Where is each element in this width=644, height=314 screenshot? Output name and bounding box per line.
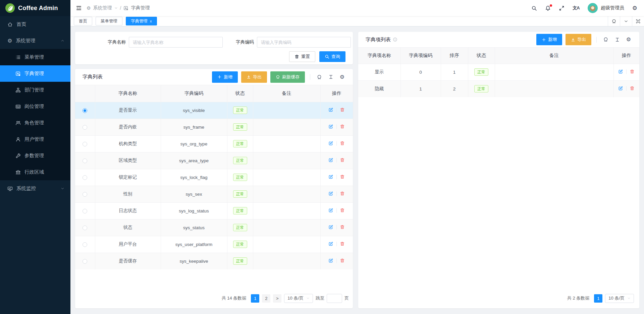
table-row[interactable]: 是否缓存 sys_keepalive 正常 [75, 253, 353, 269]
delete-icon[interactable] [340, 241, 345, 246]
delete-icon[interactable] [340, 191, 345, 196]
edit-icon[interactable] [328, 174, 333, 179]
tab-home[interactable]: 首页 [74, 17, 92, 25]
table-row[interactable]: 是否显示 sys_visible 正常 [75, 102, 353, 119]
edit-icon[interactable] [328, 258, 333, 263]
chevron-down-icon [306, 297, 310, 300]
sidebar-item-home[interactable]: 首页 [0, 16, 70, 33]
page-size-select[interactable]: 10 条/页 [284, 294, 313, 303]
page-size-select[interactable]: 10 条/页 [605, 294, 634, 303]
delete-icon[interactable] [340, 225, 345, 230]
org-chart-icon [15, 87, 21, 93]
query-label: 查询 [331, 54, 340, 60]
sidebar-item-role-mgmt[interactable]: 角色管理 [0, 115, 70, 131]
refresh-cache-button[interactable]: 刷新缓存 [270, 71, 305, 83]
edit-icon[interactable] [328, 208, 333, 213]
table-settings-gear-icon[interactable] [625, 37, 633, 42]
item-name-cell: 显示 [358, 64, 400, 80]
row-radio[interactable] [83, 192, 87, 197]
row-radio[interactable] [83, 159, 87, 163]
reset-button[interactable]: 重置 [289, 51, 315, 62]
query-button[interactable]: 查询 [319, 51, 345, 62]
export-button[interactable]: 导出 [241, 71, 267, 83]
delete-icon[interactable] [630, 69, 635, 74]
tab-dict-mgmt[interactable]: 字典管理 x [126, 17, 157, 25]
breadcrumb-level1[interactable]: 系统管理 [93, 5, 112, 11]
table-row[interactable]: 用户平台 sys_user_platform 正常 [75, 236, 353, 253]
table-row[interactable]: 锁定标记 sys_lock_flag 正常 [75, 169, 353, 186]
chevron-down-icon[interactable] [620, 16, 632, 26]
delete-icon[interactable] [340, 174, 345, 179]
search-icon[interactable] [531, 5, 537, 11]
sidebar-item-menu-mgmt[interactable]: 菜单管理 [0, 49, 70, 65]
column-height-icon[interactable] [613, 37, 621, 42]
table-row[interactable]: 状态 sys_status 正常 [75, 219, 353, 236]
delete-icon[interactable] [340, 158, 345, 163]
export-items-button[interactable]: 导出 [566, 34, 591, 45]
table-row[interactable]: 隐藏 1 2 正常 [358, 80, 639, 97]
delete-icon[interactable] [340, 258, 345, 263]
sidebar-item-dict-mgmt[interactable]: 字典管理 [0, 65, 70, 82]
edit-icon[interactable] [618, 69, 623, 74]
delete-icon[interactable] [340, 124, 345, 129]
table-row[interactable]: 日志状态 sys_log_status 正常 [75, 202, 353, 219]
dict-name-input[interactable] [129, 37, 223, 48]
table-row[interactable]: 区域类型 sys_area_type 正常 [75, 152, 353, 169]
delete-icon[interactable] [340, 141, 345, 146]
page-button-2[interactable]: 2 [262, 294, 270, 303]
tab-menu-mgmt[interactable]: 菜单管理 [96, 17, 122, 25]
settings-gear-icon[interactable] [632, 5, 637, 11]
add-item-button[interactable]: 新增 [536, 34, 562, 45]
row-radio[interactable] [83, 209, 87, 213]
column-height-icon[interactable] [327, 74, 335, 79]
table-row[interactable]: 性别 sys_sex 正常 [75, 186, 353, 202]
sidebar-group-system[interactable]: 系统管理 [0, 33, 70, 49]
edit-icon[interactable] [328, 241, 333, 246]
edit-icon[interactable] [328, 158, 333, 163]
dict-code-input[interactable] [257, 37, 351, 48]
edit-icon[interactable] [328, 141, 333, 146]
row-radio[interactable] [83, 226, 87, 230]
notification-bell-icon[interactable] [545, 5, 551, 11]
next-page-button[interactable]: > [273, 294, 281, 303]
edit-icon[interactable] [328, 191, 333, 196]
sidebar-item-region[interactable]: 行政区域 [0, 164, 70, 180]
row-radio[interactable] [83, 125, 87, 130]
dict-code-cell: sys_user_platform [161, 236, 227, 253]
delete-icon[interactable] [340, 208, 345, 213]
fullscreen-icon[interactable] [559, 5, 565, 11]
page-button-1[interactable]: 1 [251, 294, 259, 303]
refresh-icon[interactable] [315, 74, 323, 80]
edit-icon[interactable] [618, 86, 623, 91]
row-radio[interactable] [83, 108, 87, 113]
refresh-icon[interactable] [602, 37, 610, 42]
row-radio[interactable] [83, 142, 87, 146]
menu-fold-icon[interactable] [76, 5, 82, 11]
row-radio[interactable] [83, 242, 87, 247]
row-radio[interactable] [83, 259, 87, 264]
add-button[interactable]: 新增 [212, 71, 238, 83]
delete-icon[interactable] [630, 86, 635, 91]
status-badge: 正常 [233, 257, 247, 265]
refresh-icon[interactable] [608, 16, 620, 26]
row-radio[interactable] [83, 175, 87, 180]
sidebar-item-user-mgmt[interactable]: 用户管理 [0, 131, 70, 147]
delete-icon[interactable] [340, 107, 345, 112]
sidebar-group-monitor[interactable]: 系统监控 [0, 180, 70, 197]
edit-icon[interactable] [328, 107, 333, 112]
table-row[interactable]: 显示 0 1 正常 [358, 64, 639, 80]
translate-icon[interactable]: 文A [573, 5, 579, 11]
maximize-icon[interactable] [632, 16, 644, 26]
sidebar-item-post-mgmt[interactable]: 岗位管理 [0, 98, 70, 115]
close-icon[interactable]: x [150, 19, 152, 23]
sidebar-item-param-mgmt[interactable]: 参数管理 [0, 147, 70, 164]
edit-icon[interactable] [328, 225, 333, 230]
sidebar-item-dept-mgmt[interactable]: 部门管理 [0, 82, 70, 98]
page-button-1[interactable]: 1 [594, 294, 602, 303]
table-settings-gear-icon[interactable] [338, 74, 346, 80]
edit-icon[interactable] [328, 124, 333, 129]
table-row[interactable]: 是否内嵌 sys_frame 正常 [75, 119, 353, 135]
user-menu[interactable]: 超级管理员 [588, 3, 624, 13]
table-row[interactable]: 机构类型 sys_org_type 正常 [75, 135, 353, 152]
jump-to-input[interactable] [327, 294, 342, 303]
